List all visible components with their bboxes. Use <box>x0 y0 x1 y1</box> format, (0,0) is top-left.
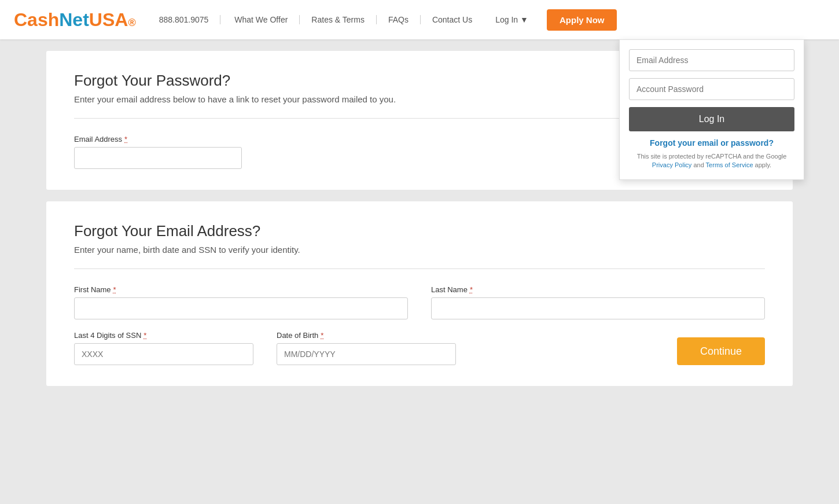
email-required-star: * <box>124 135 127 144</box>
nav-what-we-offer[interactable]: What We Offer <box>223 15 300 24</box>
last-name-group: Last Name * <box>431 285 765 319</box>
forgot-email-description: Enter your name, birth date and SSN to v… <box>74 245 765 255</box>
first-name-label: First Name * <box>74 285 408 294</box>
login-dropdown: Log In Forgot your email or password? Th… <box>619 39 804 180</box>
login-button[interactable]: Log In <box>629 107 794 131</box>
first-name-required-star: * <box>113 285 116 294</box>
last-name-input[interactable] <box>431 297 765 319</box>
ssn-dob-row: Last 4 Digits of SSN * Date of Birth * C… <box>74 331 765 365</box>
logo-usa: USA <box>89 9 128 30</box>
ssn-input[interactable] <box>74 343 253 365</box>
nav-faqs[interactable]: FAQs <box>377 15 421 24</box>
login-label: Log In <box>495 15 518 24</box>
last-name-label: Last Name * <box>431 285 765 294</box>
privacy-policy-link[interactable]: Privacy Policy <box>652 161 691 168</box>
apply-now-button[interactable]: Apply Now <box>547 9 617 31</box>
dob-input[interactable] <box>277 343 456 365</box>
main-nav: 888.801.9075 What We Offer Rates & Terms… <box>159 9 825 31</box>
first-name-group: First Name * <box>74 285 408 319</box>
dob-required-star: * <box>321 331 323 340</box>
dob-label: Date of Birth * <box>277 331 456 340</box>
last-name-required-star: * <box>470 285 473 294</box>
ssn-group: Last 4 Digits of SSN * <box>74 331 253 365</box>
ssn-required-star: * <box>143 331 146 340</box>
email-input[interactable] <box>74 147 242 169</box>
login-menu[interactable]: Log In ▼ <box>484 15 540 24</box>
terms-of-service-link[interactable]: Terms of Service <box>706 161 753 168</box>
chevron-down-icon: ▼ <box>520 15 528 24</box>
forgot-email-or-password-link[interactable]: Forgot your email or password? <box>629 138 794 148</box>
recaptcha-notice: This site is protected by reCAPTCHA and … <box>629 152 794 170</box>
ssn-label: Last 4 Digits of SSN * <box>74 331 253 340</box>
nav-contact-us[interactable]: Contact Us <box>421 15 484 24</box>
forgot-email-card: Forgot Your Email Address? Enter your na… <box>46 201 793 386</box>
first-name-input[interactable] <box>74 297 408 319</box>
logo-cash: Cash <box>14 9 59 30</box>
login-password-field[interactable] <box>629 78 794 100</box>
logo-dot: ® <box>128 17 135 28</box>
email-form-group: Email Address * <box>74 135 242 169</box>
card-divider-2 <box>74 268 765 269</box>
phone-number: 888.801.9075 <box>159 15 221 24</box>
header: CashNetUSA® 888.801.9075 What We Offer R… <box>0 0 839 39</box>
email-label: Email Address * <box>74 135 242 144</box>
nav-rates-terms[interactable]: Rates & Terms <box>300 15 377 24</box>
name-row: First Name * Last Name * <box>74 285 765 319</box>
continue-button[interactable]: Continue <box>677 337 765 365</box>
logo[interactable]: CashNetUSA® <box>14 9 136 31</box>
forgot-email-title: Forgot Your Email Address? <box>74 222 765 240</box>
dob-group: Date of Birth * <box>277 331 456 365</box>
logo-net: Net <box>59 9 89 30</box>
login-email-field[interactable] <box>629 49 794 71</box>
